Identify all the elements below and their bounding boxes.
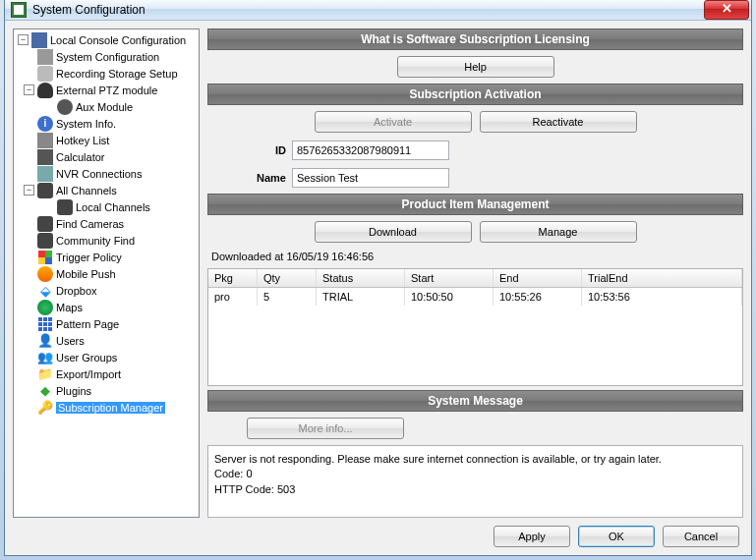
tree-item-sysconfig[interactable]: System Configuration (14, 48, 199, 65)
grid-icon (31, 32, 47, 48)
close-button[interactable]: ✕ (704, 0, 749, 20)
tree-item-mobile[interactable]: Mobile Push (14, 265, 199, 282)
apply-button[interactable]: Apply (494, 526, 570, 547)
tree-item-ptz[interactable]: −External PTZ module (14, 82, 199, 98)
groups-icon: 👥 (37, 350, 53, 365)
cancel-button[interactable]: Cancel (663, 526, 739, 547)
id-field[interactable] (292, 140, 449, 160)
tree-item-maps[interactable]: Maps (14, 299, 199, 315)
tree-item-aux[interactable]: Aux Module (14, 98, 199, 115)
tree-item-calc[interactable]: Calculator (14, 148, 199, 165)
tree-item-groups[interactable]: 👥User Groups (14, 349, 199, 365)
dialog-body: − Local Console Configuration System Con… (5, 21, 751, 555)
section-sysmsg: System Message (207, 390, 743, 412)
export-icon: 📁 (37, 366, 53, 382)
calculator-icon (37, 149, 53, 165)
storage-icon (37, 66, 53, 82)
tree-item-hotkey[interactable]: Hotkey List (14, 132, 199, 148)
system-message: Server is not responding. Please make su… (207, 445, 743, 518)
activate-button[interactable]: Activate (315, 111, 472, 133)
tree-root[interactable]: − Local Console Configuration (14, 31, 199, 48)
col-status[interactable]: Status (317, 269, 405, 287)
tree-root-label: Local Console Configuration (50, 34, 186, 46)
table-row[interactable]: pro 5 TRIAL 10:50:50 10:55:26 10:53:56 (208, 288, 742, 306)
app-icon (11, 2, 27, 18)
tree-item-commfind[interactable]: Community Find (14, 232, 199, 249)
camera-icon (57, 199, 73, 215)
dropbox-icon: ⬙ (37, 283, 53, 299)
info-icon: i (37, 116, 53, 132)
collapse-icon[interactable]: − (24, 84, 34, 95)
col-pkg[interactable]: Pkg (208, 269, 258, 287)
section-what: What is Software Subscription Licensing (207, 28, 743, 50)
dialog-window: System Configuration ✕ − Local Console C… (4, 0, 752, 556)
mobile-icon (37, 266, 53, 282)
tree-item-allch[interactable]: −All Channels (14, 182, 199, 198)
pattern-icon (37, 316, 53, 332)
name-field[interactable] (292, 168, 449, 188)
key-icon: 🔑 (37, 400, 53, 416)
tree-item-pattern[interactable]: Pattern Page (14, 315, 199, 332)
ok-button[interactable]: OK (578, 526, 655, 547)
tree-item-trigger[interactable]: Trigger Policy (14, 249, 199, 265)
content-panel: What is Software Subscription Licensing … (207, 28, 743, 518)
config-icon (37, 49, 53, 65)
trigger-icon (37, 250, 53, 265)
tree-item-findcam[interactable]: Find Cameras (14, 215, 199, 232)
section-product: Product Item Management (207, 194, 743, 215)
maps-icon (37, 300, 53, 315)
tree-item-submgr[interactable]: 🔑Subscription Manager (14, 399, 199, 416)
msg-line3: HTTP Code: 503 (214, 482, 736, 497)
id-label: ID (247, 144, 286, 156)
tree-item-expimp[interactable]: 📁Export/Import (14, 365, 199, 382)
tree-item-plugins[interactable]: ◆Plugins (14, 382, 199, 399)
dialog-buttons: Apply OK Cancel (13, 518, 743, 547)
tree-item-recstore[interactable]: Recording Storage Setup (14, 65, 199, 82)
product-table[interactable]: Pkg Qty Status Start End TrialEnd pro 5 … (207, 268, 743, 386)
manage-button[interactable]: Manage (480, 221, 637, 243)
tree-item-dropbox[interactable]: ⬙Dropbox (14, 282, 199, 299)
plugin-icon: ◆ (37, 383, 53, 399)
table-header-row: Pkg Qty Status Start End TrialEnd (208, 269, 742, 288)
aux-icon (57, 99, 73, 115)
reactivate-button[interactable]: Reactivate (480, 111, 637, 133)
tree-item-users[interactable]: 👤Users (14, 332, 199, 349)
download-button[interactable]: Download (315, 221, 472, 243)
tree-item-sysinfo[interactable]: iSystem Info. (14, 115, 199, 132)
download-timestamp: Downloaded at 16/05/19 16:46:56 (207, 249, 743, 264)
col-qty[interactable]: Qty (258, 269, 317, 287)
tree-item-nvr[interactable]: NVR Connections (14, 165, 199, 182)
section-activation: Subscription Activation (207, 84, 743, 105)
titlebar[interactable]: System Configuration ✕ (5, 0, 751, 21)
keyboard-icon (37, 133, 53, 148)
collapse-icon[interactable]: − (18, 34, 29, 45)
camera-icon (37, 183, 53, 198)
msg-line1: Server is not responding. Please make su… (214, 452, 736, 467)
nav-tree[interactable]: − Local Console Configuration System Con… (13, 28, 200, 518)
col-end[interactable]: End (494, 269, 582, 287)
users-icon: 👤 (37, 333, 53, 349)
camera-search-icon (37, 216, 53, 232)
nvr-icon (37, 166, 53, 182)
col-trial[interactable]: TrialEnd (582, 269, 742, 287)
ptz-icon (37, 83, 53, 98)
collapse-icon[interactable]: − (24, 185, 34, 196)
window-title: System Configuration (32, 3, 704, 17)
help-button[interactable]: Help (397, 56, 554, 78)
msg-line2: Code: 0 (214, 467, 736, 481)
col-start[interactable]: Start (405, 269, 494, 287)
name-label: Name (247, 172, 286, 184)
tree-item-localch[interactable]: Local Channels (14, 198, 199, 215)
community-icon (37, 233, 53, 249)
moreinfo-button[interactable]: More info... (247, 418, 404, 439)
